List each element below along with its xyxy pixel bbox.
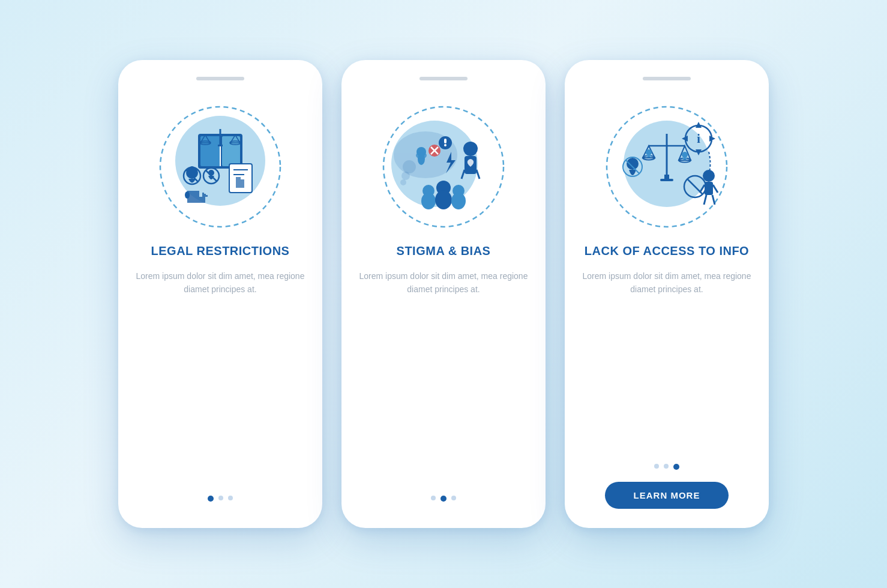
phone-3-dots xyxy=(654,464,679,470)
svg-line-65 xyxy=(713,185,718,193)
phones-container: LEGAL RESTRICTIONS Lorem ipsum dolor sit… xyxy=(118,60,769,528)
dot-1-3 xyxy=(228,496,233,500)
phone-legal: LEGAL RESTRICTIONS Lorem ipsum dolor sit… xyxy=(118,60,322,528)
phone-notch-3 xyxy=(643,77,691,80)
dot-3-2 xyxy=(664,464,669,469)
svg-point-21 xyxy=(185,191,190,199)
svg-point-69 xyxy=(682,152,688,158)
phone-2-title: STIGMA & BIAS xyxy=(397,244,491,259)
dot-3-1 xyxy=(654,464,659,469)
svg-text:i: i xyxy=(697,132,700,145)
svg-point-37 xyxy=(463,142,478,156)
svg-rect-53 xyxy=(664,175,669,179)
svg-rect-35 xyxy=(444,139,447,143)
learn-more-button[interactable]: LEARN MORE xyxy=(605,482,729,509)
dot-2-2 xyxy=(440,496,447,502)
phone-3-desc: Lorem ipsum dolor sit dim amet, mea regi… xyxy=(582,269,752,449)
svg-point-36 xyxy=(444,144,447,146)
phone-access: i xyxy=(565,60,769,528)
illustration-access: i xyxy=(595,95,739,239)
dot-2-3 xyxy=(451,496,456,500)
dot-1-1 xyxy=(208,496,214,502)
svg-point-46 xyxy=(451,193,466,209)
phone-2-desc: Lorem ipsum dolor sit dim amet, mea regi… xyxy=(358,269,529,481)
phone-2-dots xyxy=(431,496,456,502)
phone-stigma: STIGMA & BIAS Lorem ipsum dolor sit dim … xyxy=(341,60,546,528)
svg-line-66 xyxy=(704,195,706,205)
dot-1-2 xyxy=(218,496,223,500)
svg-point-27 xyxy=(401,180,406,185)
illustration-legal xyxy=(148,95,292,239)
svg-rect-54 xyxy=(660,179,673,181)
svg-rect-10 xyxy=(218,145,223,146)
illustration-stigma xyxy=(371,95,516,239)
dot-3-3 xyxy=(673,464,679,470)
svg-point-26 xyxy=(402,172,409,179)
dot-2-1 xyxy=(431,496,436,500)
phone-1-title: LEGAL RESTRICTIONS xyxy=(151,244,290,259)
svg-point-59 xyxy=(627,158,639,170)
svg-point-42 xyxy=(421,193,436,209)
svg-point-44 xyxy=(435,190,452,209)
phone-notch-1 xyxy=(196,77,244,80)
svg-point-30 xyxy=(416,152,427,159)
svg-rect-63 xyxy=(705,182,713,195)
phone-3-title: LACK OF ACCESS TO INFO xyxy=(585,244,749,259)
svg-line-40 xyxy=(477,170,480,179)
svg-point-25 xyxy=(403,161,415,173)
phone-1-desc: Lorem ipsum dolor sit dim amet, mea regi… xyxy=(135,269,305,481)
svg-point-68 xyxy=(646,149,652,155)
svg-line-67 xyxy=(712,195,715,205)
phone-1-dots xyxy=(208,496,233,502)
phone-notch-2 xyxy=(419,77,468,80)
